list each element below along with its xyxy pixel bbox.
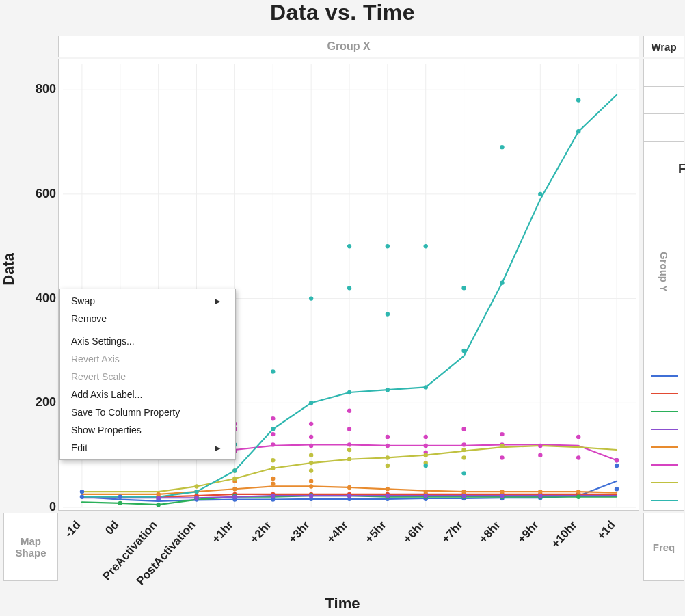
legend-swatch[interactable]	[651, 420, 681, 438]
series-point	[615, 464, 619, 468]
series-point	[347, 457, 351, 461]
menu-item-label: Edit	[71, 442, 88, 453]
series-point	[347, 427, 351, 431]
legend-swatch[interactable]	[651, 474, 681, 492]
y-axis-label[interactable]: Data	[0, 253, 18, 286]
series-point	[500, 444, 504, 448]
x-tick-label: +7hr	[455, 518, 466, 527]
x-tick-label: PostActivation	[188, 518, 198, 527]
series-point	[500, 455, 504, 459]
series-point	[538, 453, 542, 457]
panel-slot[interactable]	[644, 114, 684, 142]
series-point	[232, 495, 237, 499]
series-point	[309, 296, 313, 300]
series-point	[156, 503, 160, 507]
axis-context-menu[interactable]: Swap▶RemoveAxis Settings...Revert AxisRe…	[59, 289, 236, 460]
series-point	[386, 464, 390, 468]
series-point	[347, 485, 351, 490]
series-point	[461, 471, 466, 475]
series-point	[576, 490, 580, 494]
x-tick-label: +2hr	[265, 518, 275, 527]
series-point	[461, 442, 466, 446]
legend-swatch[interactable]	[651, 367, 681, 385]
menu-item-save-to-column-property[interactable]: Save To Column Property	[60, 403, 235, 421]
series-point	[347, 442, 351, 446]
series-point	[461, 427, 466, 431]
menu-item-edit[interactable]: Edit▶	[60, 439, 235, 457]
x-axis-label[interactable]: Time	[0, 595, 685, 613]
legend-lines	[651, 367, 681, 509]
series-point	[194, 496, 198, 500]
series-point	[386, 487, 390, 491]
series-point	[386, 312, 390, 316]
wrap-button[interactable]: Wrap	[643, 36, 684, 57]
menu-item-show-properties[interactable]: Show Properties	[60, 421, 235, 439]
series-point	[156, 492, 160, 496]
series-point	[386, 388, 390, 392]
legend-swatch[interactable]	[651, 385, 681, 403]
series-point	[271, 442, 275, 446]
menu-item-label: Swap	[71, 295, 95, 306]
freq-label: Freq	[653, 541, 675, 553]
y-tick-label: 200	[36, 395, 56, 410]
panel-corner-f: F	[678, 162, 685, 176]
series-point	[576, 455, 580, 459]
panel-col-header[interactable]: Group X	[58, 36, 639, 57]
legend-swatch[interactable]	[651, 438, 681, 456]
series-point	[461, 448, 466, 452]
series-point	[538, 444, 542, 448]
series-point	[386, 455, 390, 459]
series-point	[500, 145, 504, 149]
series-point	[271, 494, 275, 498]
menu-item-label: Add Axis Label...	[71, 389, 142, 400]
series-point	[461, 494, 466, 498]
submenu-arrow-icon: ▶	[215, 297, 220, 306]
x-tick-label: +9hr	[532, 518, 542, 527]
legend-swatch[interactable]	[651, 403, 681, 420]
map-shape-label: Map Shape	[15, 535, 46, 559]
menu-item-axis-settings[interactable]: Axis Settings...	[60, 332, 235, 350]
menu-item-label: Remove	[71, 313, 107, 324]
series-point	[309, 401, 313, 405]
freq-panel[interactable]: Freq	[643, 513, 684, 581]
panel-slot[interactable]	[644, 87, 684, 114]
menu-item-remove[interactable]: Remove	[60, 310, 235, 327]
series-point	[232, 487, 237, 491]
series-point	[271, 432, 275, 436]
menu-item-swap[interactable]: Swap▶	[60, 292, 235, 310]
wrap-label: Wrap	[651, 41, 676, 53]
legend-swatch[interactable]	[651, 456, 681, 474]
panel-row-sidebar[interactable]: F Group Y	[643, 59, 684, 511]
menu-item-add-axis-label[interactable]: Add Axis Label...	[60, 386, 235, 403]
series-point	[194, 484, 198, 488]
series-point	[424, 490, 428, 494]
series-point	[232, 468, 237, 472]
map-shape-panel[interactable]: Map Shape	[3, 513, 58, 581]
series-point	[80, 495, 84, 499]
series-point	[461, 490, 466, 494]
series-point	[271, 481, 275, 485]
legend-swatch[interactable]	[651, 492, 681, 509]
series-point	[309, 453, 313, 457]
menu-item-label: Revert Scale	[71, 371, 126, 382]
panel-slot[interactable]	[644, 59, 684, 87]
x-tick-label: +10hr	[570, 518, 580, 527]
menu-item-label: Save To Column Property	[71, 407, 180, 418]
series-point	[424, 385, 428, 389]
series-point	[309, 422, 313, 426]
panel-col-label: Group X	[327, 40, 370, 53]
series-point	[538, 490, 542, 494]
series-point	[615, 458, 619, 462]
y-tick-label: 600	[36, 186, 56, 200]
x-tick-label: +4hr	[341, 518, 351, 527]
x-tick-label: -1d	[73, 518, 83, 527]
series-point	[347, 448, 351, 452]
menu-item-revert-axis: Revert Axis	[60, 350, 235, 368]
series-point	[118, 501, 122, 505]
series-point	[615, 487, 619, 491]
series-point	[576, 495, 580, 499]
x-tick-label: +1hr	[226, 518, 237, 527]
series-point	[500, 494, 504, 498]
series-point	[347, 409, 351, 413]
x-tick-label: +3hr	[303, 518, 313, 527]
